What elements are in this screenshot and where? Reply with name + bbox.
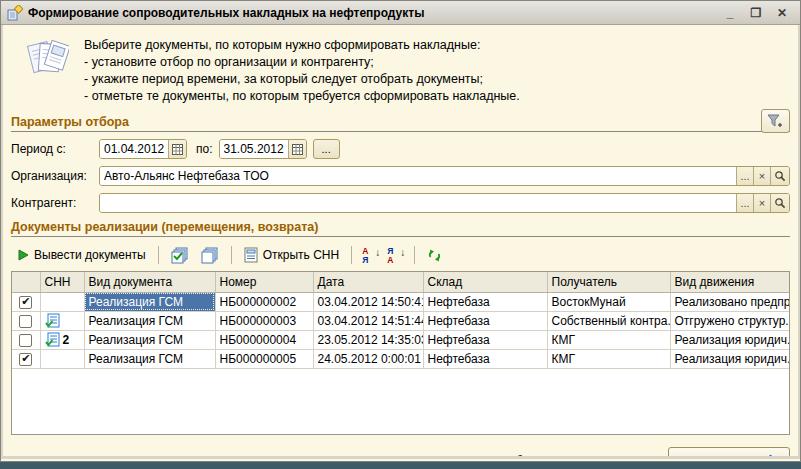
organization-input[interactable]	[100, 167, 736, 185]
receiver-cell[interactable]: ВостокМунай	[547, 292, 670, 311]
contragent-input[interactable]	[100, 194, 736, 212]
period-to-label: по:	[196, 142, 213, 156]
open-search-icon[interactable]	[770, 167, 789, 185]
number-cell[interactable]: НБ000000003	[215, 311, 313, 330]
intro-bullet-3: - отметьте те документы, по которым треб…	[84, 88, 520, 105]
doc-type-cell[interactable]: Реализация ГСМ	[84, 292, 215, 311]
row-checkbox[interactable]	[19, 353, 32, 366]
uncheck-all-button[interactable]	[198, 246, 222, 265]
table-header-row: СНН Вид документа Номер Дата Склад Получ…	[12, 272, 789, 292]
snn-status-icon	[45, 313, 61, 329]
col-warehouse-header[interactable]: Склад	[423, 272, 547, 292]
clear-icon[interactable]: ×	[753, 167, 770, 185]
contragent-field[interactable]: ... ×	[99, 193, 790, 213]
run-icon	[18, 249, 29, 261]
col-number-header[interactable]: Номер	[215, 272, 313, 292]
check-all-icon	[171, 247, 189, 264]
table-row[interactable]: Реализация ГСМ НБ000000002 03.04.2012 14…	[12, 292, 789, 311]
date-cell[interactable]: 24.05.2012 0:00:01	[313, 349, 423, 368]
movement-cell[interactable]: Реализовано предпр...	[670, 292, 789, 311]
organization-field[interactable]: ... ×	[99, 166, 790, 186]
contragent-label: Контрагент:	[11, 196, 99, 210]
documents-table: СНН Вид документа Номер Дата Склад Получ…	[11, 271, 790, 435]
window-icon	[7, 5, 23, 21]
sort-descending-button[interactable]: Я А ↓	[386, 247, 405, 264]
open-snn-button[interactable]: Открыть СНН	[241, 246, 342, 264]
refresh-button[interactable]	[424, 247, 445, 264]
down-arrow-icon: ↓	[400, 249, 405, 257]
desktop-background: Формирование сопроводительных накладных …	[0, 0, 801, 469]
number-cell[interactable]: НБ000000004	[215, 330, 313, 349]
refresh-icon	[427, 248, 442, 263]
minimize-button[interactable]: _	[722, 5, 738, 21]
next-arrow-icon	[769, 454, 781, 459]
warehouse-cell[interactable]: Нефтебаза	[423, 311, 547, 330]
document-icon	[244, 247, 258, 263]
doc-type-cell[interactable]: Реализация ГСМ	[84, 330, 215, 349]
title-bar[interactable]: Формирование сопроводительных накладных …	[1, 1, 800, 25]
warehouse-cell[interactable]: Нефтебаза	[423, 349, 547, 368]
print-documents-button[interactable]: Вывести документы	[15, 247, 149, 263]
organization-row: Организация: ... ×	[11, 166, 790, 186]
sort-ascending-button[interactable]: А Я ↓	[361, 247, 380, 264]
date-cell[interactable]: 03.04.2012 14:50:41	[313, 292, 423, 311]
movement-cell[interactable]: Отгружено структур...	[670, 311, 789, 330]
funnel-icon	[767, 114, 784, 129]
col-date-header[interactable]: Дата	[313, 272, 423, 292]
period-label: Период с:	[11, 142, 99, 156]
table-row[interactable]: Реализация ГСМ НБ000000003 03.04.2012 14…	[12, 311, 789, 330]
organization-label: Организация:	[11, 169, 99, 183]
calendar-icon[interactable]	[168, 140, 186, 158]
period-from-input[interactable]	[100, 140, 168, 158]
toolbar-separator	[158, 246, 159, 264]
receiver-cell[interactable]: КМГ	[547, 349, 670, 368]
calendar-icon[interactable]	[288, 140, 306, 158]
row-checkbox[interactable]	[19, 296, 32, 309]
row-checkbox[interactable]	[19, 334, 32, 347]
filter-section-title: Параметры отбора	[11, 115, 129, 129]
maximize-button[interactable]: ❐	[748, 5, 764, 21]
col-receiver-header[interactable]: Получатель	[547, 272, 670, 292]
next-button[interactable]: Далее	[668, 447, 790, 459]
period-to-field[interactable]	[219, 139, 307, 159]
clear-icon[interactable]: ×	[753, 194, 770, 212]
col-movement-header[interactable]: Вид движения	[670, 272, 789, 292]
choose-button[interactable]: ...	[736, 167, 753, 185]
check-all-button[interactable]	[168, 246, 192, 265]
snn-status-icon	[45, 332, 61, 348]
open-snn-label: Открыть СНН	[263, 248, 339, 262]
doc-type-cell[interactable]: Реализация ГСМ	[84, 311, 215, 330]
intro-block: Выберите документы, по которым нужно сфо…	[27, 35, 790, 105]
documents-toolbar: Вывести документы	[15, 244, 790, 266]
period-to-input[interactable]	[220, 140, 288, 158]
uncheck-all-icon	[201, 247, 219, 264]
open-search-icon[interactable]	[770, 194, 789, 212]
col-check-header[interactable]	[12, 272, 40, 292]
receiver-cell[interactable]: Собственный контра...	[547, 311, 670, 330]
movement-cell[interactable]: Реализация юридич...	[670, 330, 789, 349]
col-doc-type-header[interactable]: Вид документа	[84, 272, 215, 292]
choose-button[interactable]: ...	[736, 194, 753, 212]
table-row[interactable]: 2 Реализация ГСМ НБ000000004 23.05.2012 …	[12, 330, 789, 349]
filter-settings-button[interactable]	[761, 109, 790, 133]
table-row[interactable]: Реализация ГСМ НБ000000005 24.05.2012 0:…	[12, 349, 789, 368]
col-snn-header[interactable]: СНН	[40, 272, 84, 292]
movement-cell[interactable]: Реализация юридич...	[670, 349, 789, 368]
doc-type-cell[interactable]: Реализация ГСМ	[84, 349, 215, 368]
section-divider	[11, 236, 790, 237]
number-cell[interactable]: НБ000000005	[215, 349, 313, 368]
date-cell[interactable]: 23.05.2012 14:35:03	[313, 330, 423, 349]
warehouse-cell[interactable]: Нефтебаза	[423, 330, 547, 349]
next-button-label: Далее	[711, 454, 746, 460]
period-options-button[interactable]: ...	[313, 139, 340, 159]
date-cell[interactable]: 03.04.2012 14:51:44	[313, 311, 423, 330]
documents-section-title: Документы реализации (перемещения, возвр…	[11, 220, 318, 234]
close-button[interactable]: ✕	[774, 5, 790, 21]
warehouse-cell[interactable]: Нефтебаза	[423, 292, 547, 311]
documents-section-header: Документы реализации (перемещения, возвр…	[11, 220, 790, 237]
number-cell[interactable]: НБ000000002	[215, 292, 313, 311]
receiver-cell[interactable]: КМГ	[547, 330, 670, 349]
row-checkbox[interactable]	[19, 315, 32, 328]
window-title: Формирование сопроводительных накладных …	[28, 6, 722, 20]
period-from-field[interactable]	[99, 139, 187, 159]
